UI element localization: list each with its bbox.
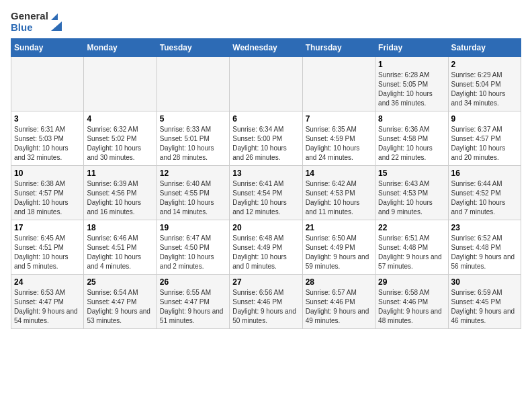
day-number: 3 xyxy=(14,114,81,124)
day-number: 13 xyxy=(232,169,299,178)
day-info: Sunrise: 6:53 AM Sunset: 4:47 PM Dayligh… xyxy=(14,288,81,326)
day-info: Sunrise: 6:36 AM Sunset: 4:58 PM Dayligh… xyxy=(378,125,445,163)
calendar-cell: 23Sunrise: 6:52 AM Sunset: 4:48 PM Dayli… xyxy=(448,220,521,275)
logo-combined: General Blue xyxy=(11,11,63,33)
day-info: Sunrise: 6:52 AM Sunset: 4:48 PM Dayligh… xyxy=(451,234,518,271)
calendar-cell: 29Sunrise: 6:58 AM Sunset: 4:46 PM Dayli… xyxy=(375,275,448,329)
day-number: 9 xyxy=(451,114,518,124)
calendar-cell: 20Sunrise: 6:48 AM Sunset: 4:49 PM Dayli… xyxy=(230,220,302,275)
day-info: Sunrise: 6:32 AM Sunset: 5:02 PM Dayligh… xyxy=(87,125,153,163)
calendar-cell xyxy=(157,57,229,111)
svg-marker-0 xyxy=(51,21,62,31)
day-info: Sunrise: 6:38 AM Sunset: 4:57 PM Dayligh… xyxy=(14,179,81,217)
day-info: Sunrise: 6:48 AM Sunset: 4:49 PM Dayligh… xyxy=(232,234,299,271)
day-info: Sunrise: 6:47 AM Sunset: 4:50 PM Dayligh… xyxy=(160,234,226,271)
calendar-cell: 1Sunrise: 6:28 AM Sunset: 5:05 PM Daylig… xyxy=(375,57,448,111)
day-number: 10 xyxy=(14,169,81,178)
calendar-cell: 2Sunrise: 6:29 AM Sunset: 5:04 PM Daylig… xyxy=(448,57,521,111)
day-info: Sunrise: 6:57 AM Sunset: 4:46 PM Dayligh… xyxy=(306,288,372,326)
day-number: 11 xyxy=(87,169,153,178)
weekday-header: Sunday xyxy=(11,39,84,57)
calendar-cell: 5Sunrise: 6:33 AM Sunset: 5:01 PM Daylig… xyxy=(157,111,229,166)
day-number: 20 xyxy=(232,223,299,232)
weekday-header: Thursday xyxy=(302,39,375,57)
day-info: Sunrise: 6:39 AM Sunset: 4:56 PM Dayligh… xyxy=(87,179,153,217)
day-info: Sunrise: 6:58 AM Sunset: 4:46 PM Dayligh… xyxy=(378,288,445,326)
day-number: 4 xyxy=(87,114,153,124)
day-number: 22 xyxy=(378,223,445,232)
calendar-cell: 21Sunrise: 6:50 AM Sunset: 4:49 PM Dayli… xyxy=(302,220,375,275)
weekday-header: Wednesday xyxy=(230,39,302,57)
weekday-header: Monday xyxy=(84,39,157,57)
calendar-cell: 3Sunrise: 6:31 AM Sunset: 5:03 PM Daylig… xyxy=(11,111,84,166)
day-info: Sunrise: 6:34 AM Sunset: 5:00 PM Dayligh… xyxy=(232,125,299,163)
svg-marker-1 xyxy=(51,13,58,20)
calendar-cell: 25Sunrise: 6:54 AM Sunset: 4:47 PM Dayli… xyxy=(84,275,157,329)
calendar-cell: 14Sunrise: 6:42 AM Sunset: 4:53 PM Dayli… xyxy=(302,166,375,220)
day-number: 8 xyxy=(378,114,445,124)
calendar-cell: 8Sunrise: 6:36 AM Sunset: 4:58 PM Daylig… xyxy=(375,111,448,166)
day-info: Sunrise: 6:51 AM Sunset: 4:48 PM Dayligh… xyxy=(378,234,445,271)
day-number: 24 xyxy=(14,277,81,287)
day-number: 27 xyxy=(232,277,299,287)
calendar-cell xyxy=(230,57,302,111)
day-info: Sunrise: 6:29 AM Sunset: 5:04 PM Dayligh… xyxy=(451,71,518,108)
calendar-cell: 16Sunrise: 6:44 AM Sunset: 4:52 PM Dayli… xyxy=(448,166,521,220)
calendar-cell: 17Sunrise: 6:45 AM Sunset: 4:51 PM Dayli… xyxy=(11,220,84,275)
day-number: 26 xyxy=(160,277,226,287)
day-number: 15 xyxy=(378,169,445,178)
day-info: Sunrise: 6:54 AM Sunset: 4:47 PM Dayligh… xyxy=(87,288,153,326)
day-number: 16 xyxy=(451,169,518,178)
day-number: 25 xyxy=(87,277,153,287)
day-info: Sunrise: 6:40 AM Sunset: 4:55 PM Dayligh… xyxy=(160,179,226,217)
calendar-cell xyxy=(84,57,157,111)
calendar-cell: 12Sunrise: 6:40 AM Sunset: 4:55 PM Dayli… xyxy=(157,166,229,220)
calendar-cell: 10Sunrise: 6:38 AM Sunset: 4:57 PM Dayli… xyxy=(11,166,84,220)
calendar-cell: 15Sunrise: 6:43 AM Sunset: 4:53 PM Dayli… xyxy=(375,166,448,220)
day-number: 29 xyxy=(378,277,445,287)
logo-general: General xyxy=(11,11,48,22)
day-number: 14 xyxy=(306,169,372,178)
weekday-header: Friday xyxy=(375,39,448,57)
day-number: 1 xyxy=(378,60,445,69)
day-info: Sunrise: 6:55 AM Sunset: 4:47 PM Dayligh… xyxy=(160,288,226,326)
day-info: Sunrise: 6:33 AM Sunset: 5:01 PM Dayligh… xyxy=(160,125,226,163)
day-info: Sunrise: 6:41 AM Sunset: 4:54 PM Dayligh… xyxy=(232,179,299,217)
page-header: General Blue xyxy=(11,11,521,33)
day-number: 30 xyxy=(451,277,518,287)
calendar-cell: 13Sunrise: 6:41 AM Sunset: 4:54 PM Dayli… xyxy=(230,166,302,220)
day-info: Sunrise: 6:46 AM Sunset: 4:51 PM Dayligh… xyxy=(87,234,153,271)
calendar-cell: 26Sunrise: 6:55 AM Sunset: 4:47 PM Dayli… xyxy=(157,275,229,329)
day-info: Sunrise: 6:28 AM Sunset: 5:05 PM Dayligh… xyxy=(378,71,445,108)
calendar-table: SundayMondayTuesdayWednesdayThursdayFrid… xyxy=(11,38,521,329)
day-number: 12 xyxy=(160,169,226,178)
logo-blue: Blue xyxy=(11,22,48,34)
day-number: 28 xyxy=(306,277,372,287)
calendar-cell: 19Sunrise: 6:47 AM Sunset: 4:50 PM Dayli… xyxy=(157,220,229,275)
calendar-cell: 6Sunrise: 6:34 AM Sunset: 5:00 PM Daylig… xyxy=(230,111,302,166)
day-number: 2 xyxy=(451,60,518,69)
day-number: 23 xyxy=(451,223,518,232)
day-number: 17 xyxy=(14,223,81,232)
day-info: Sunrise: 6:43 AM Sunset: 4:53 PM Dayligh… xyxy=(378,179,445,217)
day-number: 7 xyxy=(306,114,372,124)
calendar-cell: 27Sunrise: 6:56 AM Sunset: 4:46 PM Dayli… xyxy=(230,275,302,329)
calendar-cell xyxy=(11,57,84,111)
calendar-cell: 18Sunrise: 6:46 AM Sunset: 4:51 PM Dayli… xyxy=(84,220,157,275)
day-number: 18 xyxy=(87,223,153,232)
day-info: Sunrise: 6:45 AM Sunset: 4:51 PM Dayligh… xyxy=(14,234,81,271)
day-number: 19 xyxy=(160,223,226,232)
logo: General Blue xyxy=(11,11,63,33)
calendar-cell xyxy=(302,57,375,111)
calendar-cell: 7Sunrise: 6:35 AM Sunset: 4:59 PM Daylig… xyxy=(302,111,375,166)
weekday-header: Saturday xyxy=(448,39,521,57)
day-info: Sunrise: 6:31 AM Sunset: 5:03 PM Dayligh… xyxy=(14,125,81,163)
day-info: Sunrise: 6:59 AM Sunset: 4:45 PM Dayligh… xyxy=(451,288,518,326)
calendar-cell: 30Sunrise: 6:59 AM Sunset: 4:45 PM Dayli… xyxy=(448,275,521,329)
calendar-cell: 22Sunrise: 6:51 AM Sunset: 4:48 PM Dayli… xyxy=(375,220,448,275)
calendar-cell: 28Sunrise: 6:57 AM Sunset: 4:46 PM Dayli… xyxy=(302,275,375,329)
day-number: 21 xyxy=(306,223,372,232)
day-info: Sunrise: 6:37 AM Sunset: 4:57 PM Dayligh… xyxy=(451,125,518,163)
day-number: 6 xyxy=(232,114,299,124)
calendar-cell: 9Sunrise: 6:37 AM Sunset: 4:57 PM Daylig… xyxy=(448,111,521,166)
